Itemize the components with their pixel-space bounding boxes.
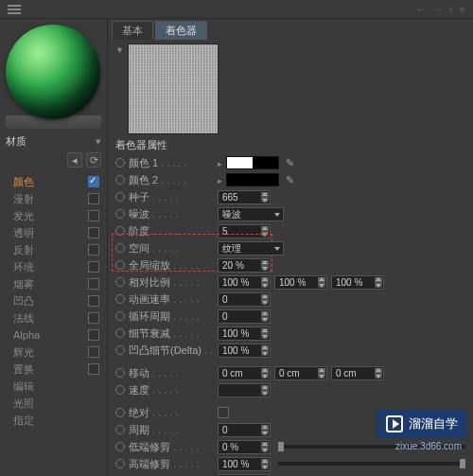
input-move-y[interactable]: 0 cm [274, 366, 327, 380]
chevron-down-icon[interactable]: ▾ [96, 135, 101, 148]
channel-漫射[interactable]: 漫射 [0, 190, 107, 207]
channel-checkbox[interactable] [88, 312, 99, 324]
channel-label: 法线 [13, 311, 34, 326]
channel-checkbox[interactable] [88, 278, 99, 290]
input-octaves[interactable]: 5 [218, 224, 271, 238]
chevron-icon[interactable]: ▸ [218, 176, 222, 185]
radio-octaves[interactable] [115, 226, 125, 236]
channel-透明[interactable]: 透明 [0, 224, 107, 241]
label-move: 移动 [129, 366, 214, 380]
input-seed[interactable]: 665 [218, 190, 271, 204]
channel-烟雾[interactable]: 烟雾 [0, 275, 107, 292]
menu-icon[interactable] [8, 5, 21, 14]
tab-basic[interactable]: 基本 [112, 21, 153, 40]
radio-absolute[interactable] [115, 408, 125, 417]
radio-rel-scale[interactable] [115, 277, 125, 287]
nav-up-icon[interactable]: ↑ [448, 4, 454, 15]
channel-Alpha[interactable]: Alpha [0, 326, 107, 344]
channel-label: 光照 [13, 397, 34, 411]
refresh-button[interactable]: ⟳ [86, 152, 101, 167]
collapse-icon[interactable]: ▼ [115, 45, 124, 55]
label-cycle: 周期 [129, 423, 214, 437]
nav-back-icon[interactable]: ← [416, 4, 427, 15]
channel-checkbox[interactable] [88, 363, 99, 375]
input-rel-scale-y[interactable]: 100 % [274, 275, 327, 290]
channel-checkbox[interactable] [88, 346, 99, 358]
material-title: 材质 [6, 134, 26, 149]
eyedropper-icon[interactable]: ✎ [283, 173, 296, 186]
label-space: 空间 [129, 241, 214, 256]
channel-编辑[interactable]: 编辑 [0, 378, 107, 395]
radio-global-scale[interactable] [115, 260, 125, 270]
label-anim-speed: 动画速率 [129, 292, 214, 307]
input-loop[interactable]: 0 [218, 309, 271, 324]
prev-button[interactable]: ◂ [67, 152, 82, 167]
input-detail-att[interactable]: 100 % [218, 326, 271, 341]
radio-space[interactable] [115, 243, 125, 253]
radio-detail-att[interactable] [115, 328, 125, 338]
channel-法线[interactable]: 法线 [0, 309, 107, 326]
input-global-scale[interactable]: 20 % [218, 258, 271, 273]
combo-noise[interactable]: 噪波 [218, 207, 284, 221]
channel-label: 反射 [13, 243, 34, 257]
channel-checkbox[interactable] [88, 261, 99, 273]
channel-置换[interactable]: 置换 [0, 361, 107, 378]
slider-high-clip[interactable] [278, 462, 465, 466]
channel-反射[interactable]: 反射 [0, 241, 107, 258]
input-move-x[interactable]: 0 cm [218, 366, 271, 380]
input-rel-scale-x[interactable]: 100 % [218, 275, 271, 290]
channel-环境[interactable]: 环境 [0, 258, 107, 275]
checkbox-absolute[interactable] [218, 407, 229, 418]
channel-label: 透明 [13, 226, 34, 240]
tab-shader[interactable]: 着色器 [155, 21, 207, 40]
input-low-clip[interactable]: 0 % [218, 440, 271, 454]
texture-preview[interactable] [128, 44, 219, 134]
channel-checkbox[interactable] [88, 295, 99, 307]
radio-high-clip[interactable] [115, 459, 125, 468]
radio-speed[interactable] [115, 385, 125, 395]
nav-menu-icon[interactable]: ≡ [460, 4, 465, 15]
channel-光照[interactable]: 光照 [0, 395, 107, 412]
watermark-text: 溜溜自学 [409, 415, 458, 432]
channel-checkbox[interactable] [88, 227, 99, 238]
radio-loop[interactable] [115, 311, 125, 321]
input-delta[interactable]: 100 % [218, 344, 271, 358]
channel-checkbox[interactable] [88, 176, 99, 187]
input-anim-speed[interactable]: 0 [218, 292, 271, 307]
watermark-url: zixue.3d66.com [395, 441, 462, 451]
input-high-clip[interactable]: 100 % [218, 457, 271, 471]
chevron-icon[interactable]: ▸ [218, 159, 222, 168]
input-cycle[interactable]: 0 [218, 423, 271, 437]
radio-move[interactable] [115, 368, 125, 378]
channel-发光[interactable]: 发光 [0, 207, 107, 224]
radio-low-clip[interactable] [115, 442, 125, 451]
radio-anim-speed[interactable] [115, 294, 125, 304]
radio-color1[interactable] [115, 158, 125, 167]
nav-forward-icon[interactable]: → [432, 4, 443, 15]
channel-label: 发光 [13, 209, 34, 223]
radio-color2[interactable] [115, 175, 125, 185]
swatch-color1[interactable] [226, 156, 279, 169]
channel-label: 颜色 [13, 175, 34, 189]
channel-checkbox[interactable] [88, 244, 99, 256]
radio-noise[interactable] [115, 209, 125, 219]
input-move-z[interactable]: 0 cm [331, 366, 384, 380]
channel-checkbox[interactable] [88, 193, 99, 204]
channel-checkbox[interactable] [88, 329, 99, 341]
eyedropper-icon[interactable]: ✎ [283, 156, 296, 169]
channel-label: 辉光 [13, 345, 34, 360]
swatch-color2[interactable] [226, 173, 279, 186]
radio-delta[interactable] [115, 345, 125, 355]
material-preview[interactable] [6, 25, 100, 119]
channel-checkbox[interactable] [88, 210, 99, 221]
channel-凹凸[interactable]: 凹凸 [0, 292, 107, 309]
channel-指定[interactable]: 指定 [0, 412, 107, 429]
label-seed: 种子 [129, 190, 214, 204]
input-rel-scale-z[interactable]: 100 % [331, 275, 384, 290]
radio-cycle[interactable] [115, 425, 125, 434]
channel-颜色[interactable]: 颜色 [0, 173, 107, 190]
input-speed[interactable] [218, 383, 271, 397]
combo-space[interactable]: 纹理 [218, 241, 284, 256]
channel-辉光[interactable]: 辉光 [0, 344, 107, 361]
radio-seed[interactable] [115, 192, 125, 202]
